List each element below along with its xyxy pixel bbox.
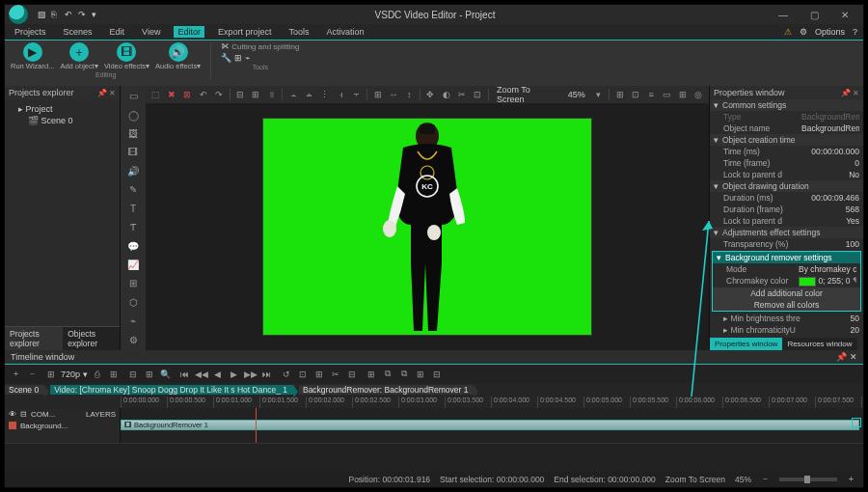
tool-icon[interactable]: ⌁ [245, 53, 250, 63]
tl-icon[interactable]: ⊡ [296, 368, 310, 381]
tool-icon[interactable]: 💬 [124, 237, 142, 254]
tl-icon[interactable]: ⊞ [414, 368, 427, 381]
remove-all-colors-button[interactable]: Remove all colors [713, 299, 860, 311]
options-label[interactable]: Options [815, 27, 845, 37]
tb-close-icon[interactable]: ⊠ [181, 88, 194, 101]
tb-icon[interactable]: ▾ [592, 88, 605, 101]
tb-icon[interactable]: ≡ [645, 88, 658, 101]
tb-icon[interactable]: ↷ [212, 88, 225, 101]
track-row[interactable]: Background... [5, 420, 120, 431]
tool-icon[interactable]: 🖼 [124, 125, 142, 142]
play-back-icon[interactable]: ◀ [211, 368, 225, 381]
minimize-button[interactable]: — [769, 8, 798, 21]
menu-edit[interactable]: Edit [106, 26, 129, 38]
tb-icon[interactable]: ⋮ [318, 88, 331, 101]
tool-icon[interactable]: ◯ [124, 106, 142, 123]
tool-icon[interactable]: ⌁ [124, 313, 142, 329]
status-zoom-value[interactable]: 45% [735, 475, 751, 484]
tb-icon[interactable]: ⊟ [234, 88, 247, 101]
menu-scenes[interactable]: Scenes [60, 26, 96, 38]
tb-icon[interactable]: ⫟ [350, 88, 363, 101]
tool-icon[interactable]: ⊞ [124, 275, 142, 291]
tool-icon[interactable]: 🔊 [124, 163, 142, 179]
eye-icon[interactable]: 👁 [9, 410, 16, 419]
tab-properties[interactable]: Properties window [710, 338, 782, 350]
layers-header[interactable]: 👁⊟ COM... LAYERS [5, 408, 120, 420]
tb-icon[interactable]: ✥ [424, 88, 437, 101]
menu-export[interactable]: Export project [214, 26, 276, 38]
tab-resources[interactable]: Resources window [782, 338, 856, 350]
tl-icon[interactable]: ⊞ [143, 368, 156, 381]
add-color-button[interactable]: Add additional color [713, 287, 860, 299]
chromakey-value[interactable]: 0; 255; 0 ✎ [799, 276, 856, 287]
tool-icon[interactable]: ⊞ [234, 53, 242, 63]
tb-icon[interactable]: ↶ [197, 88, 209, 101]
timeline-body[interactable]: 👁⊟ COM... LAYERS Background... 🎞 Backgro… [5, 408, 863, 443]
tool-icon[interactable]: 🔧 [221, 53, 231, 63]
menu-tools[interactable]: Tools [285, 26, 312, 38]
tb-icon[interactable]: ⊞ [613, 88, 626, 101]
play-next-icon[interactable]: ▶▶ [244, 368, 258, 381]
tool-icon[interactable]: T [124, 201, 142, 217]
timeline-clip[interactable]: 🎞 BackgroundRemover 1 [121, 420, 859, 430]
tb-icon[interactable]: ⫠ [286, 88, 299, 101]
crumb-effect[interactable]: BackgroundRemover: BackgroundRemover 1 [299, 385, 475, 395]
zoom-value[interactable]: 45% [564, 90, 589, 99]
play-start-icon[interactable]: ⏮ [178, 368, 192, 381]
pin-icon[interactable]: 📌 ✕ [836, 352, 857, 362]
preview-canvas[interactable]: KC [263, 119, 591, 335]
audio-effects-button[interactable]: 🔊Audio effects▾ [155, 42, 201, 70]
tl-res[interactable]: 720p ▾ [61, 369, 88, 379]
qat-icon[interactable]: ▧ [38, 10, 47, 19]
tb-icon[interactable]: ✂ [455, 88, 468, 101]
tb-icon[interactable]: ⊡ [472, 88, 484, 101]
tool-icon[interactable]: 📈 [124, 257, 142, 273]
playhead[interactable] [256, 408, 257, 443]
tb-icon[interactable]: ⬚ [149, 88, 162, 101]
prop-group[interactable]: ▾Object creation time [710, 134, 863, 146]
tl-icon[interactable]: ⎙ [91, 368, 104, 381]
qat-icon[interactable]: ⎘ [51, 10, 61, 19]
tool-icon[interactable]: Ƭ [124, 219, 142, 235]
crumb-video[interactable]: Video: [Chroma Key] Snoop Dogg Drop It L… [50, 385, 293, 395]
tab-objects-explorer[interactable]: Objects explorer [63, 326, 120, 350]
tb-icon[interactable]: ⊞ [250, 88, 262, 101]
tb-icon[interactable]: ⊞ [676, 88, 689, 101]
tb-icon[interactable]: ▭ [661, 88, 673, 101]
zoom-dropdown[interactable]: Zoom To Screen [493, 85, 561, 104]
maximize-button[interactable]: ▢ [800, 8, 828, 21]
project-tree[interactable]: ▸ Project 🎬 Scene 0 [5, 99, 120, 326]
prop-group[interactable]: ▾Common settings [710, 99, 863, 111]
qat-icon[interactable]: ↷ [78, 10, 88, 19]
tree-node[interactable]: 🎬 Scene 0 [11, 115, 114, 126]
timeline-empty-rows[interactable] [5, 443, 863, 472]
tb-icon[interactable]: ⫨ [303, 88, 315, 101]
tl-icon[interactable]: ✂ [329, 368, 342, 381]
warning-icon[interactable]: ⚠ [784, 27, 792, 37]
zoom-in-icon[interactable]: ＋ [847, 474, 855, 485]
tl-icon[interactable]: ↺ [280, 368, 293, 381]
tree-node[interactable]: ▸ Project [11, 103, 114, 115]
gear-icon[interactable]: ⚙ [800, 27, 807, 37]
tl-icon[interactable]: ＋ [9, 368, 22, 381]
menu-view[interactable]: View [138, 26, 164, 38]
qat-icon[interactable]: ↶ [65, 10, 74, 19]
add-object-button[interactable]: ＋Add object▾ [60, 42, 97, 70]
prop-group[interactable]: ▾Adjustments effect settings [710, 227, 863, 238]
prop-group[interactable]: ▾Object drawing duration [710, 180, 863, 192]
tool-icon[interactable]: 🎞 [124, 144, 142, 160]
menu-projects[interactable]: Projects [11, 26, 50, 38]
pin-icon[interactable]: 📌 ✕ [841, 89, 859, 97]
qat-icon[interactable]: ▾ [92, 10, 101, 19]
tb-icon[interactable]: ⫞ [334, 88, 346, 101]
menu-editor[interactable]: Editor [174, 26, 204, 38]
tl-icon[interactable]: ⊟ [345, 368, 359, 381]
quick-access-toolbar[interactable]: ▧ ⎘ ↶ ↷ ▾ [38, 10, 101, 19]
crumb-scene[interactable]: Scene 0 [5, 385, 44, 395]
play-icon[interactable]: ▶ [228, 368, 241, 381]
tl-icon[interactable]: ⧉ [381, 368, 394, 381]
tb-icon[interactable]: ◐ [440, 88, 452, 101]
zoom-out-icon[interactable]: － [761, 474, 770, 485]
tl-icon[interactable]: ⊟ [430, 368, 444, 381]
tb-close-icon[interactable]: ✖ [165, 88, 177, 101]
